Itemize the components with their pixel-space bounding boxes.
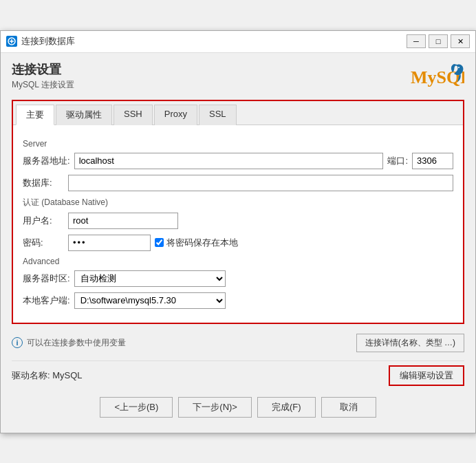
prev-button[interactable]: <上一步(B) — [100, 397, 173, 418]
cancel-button[interactable]: 取消 — [321, 397, 376, 418]
mysql-logo: MySQL — [409, 61, 464, 94]
timezone-select[interactable]: 自动检测 UTC Asia/Shanghai — [74, 270, 226, 287]
header-section: 连接设置 MySQL 连接设置 MySQL — [12, 61, 464, 94]
mysql-logo-svg: MySQL — [409, 61, 464, 92]
info-left: i 可以在连接参数中使用变量 — [12, 337, 126, 349]
save-password-label: 将密码保存在本地 — [166, 237, 238, 249]
auth-section-label: 认证 (Database Native) — [23, 197, 453, 208]
driver-name-value: MySQL — [52, 370, 82, 380]
next-button[interactable]: 下一步(N)> — [178, 397, 252, 418]
footer-buttons: <上一步(B) 下一步(N)> 完成(F) 取消 — [12, 390, 464, 424]
port-label: 端口: — [387, 155, 408, 167]
driver-name-label: 驱动名称: MySQL — [12, 369, 83, 382]
close-button[interactable]: ✕ — [451, 34, 470, 48]
username-row: 用户名: — [23, 213, 453, 229]
window-title: 连接到数据库 — [21, 35, 75, 47]
server-section-label: Server — [23, 139, 453, 149]
bottom-info-row: i 可以在连接参数中使用变量 连接详情(名称、类型 …) — [12, 331, 464, 355]
server-address-label: 服务器地址: — [23, 155, 70, 167]
title-controls: ─ □ ✕ — [407, 34, 470, 48]
database-row: 数据库: — [23, 175, 453, 191]
tab-ssl[interactable]: SSL — [199, 105, 237, 125]
client-row: 本地客户端: D:\software\mysql5.7.30 D:\softwa… — [23, 292, 453, 309]
save-password-checkbox[interactable] — [155, 238, 164, 247]
tab-driver-props[interactable]: 驱动属性 — [56, 105, 112, 125]
driver-label-text: 驱动名称: — [12, 370, 50, 380]
username-input[interactable] — [68, 213, 178, 229]
title-bar: 连接到数据库 ─ □ ✕ — [1, 31, 475, 53]
timezone-row: 服务器时区: 自动检测 UTC Asia/Shanghai — [23, 270, 453, 287]
svg-text:MySQL: MySQL — [411, 67, 464, 87]
database-input[interactable] — [68, 175, 453, 191]
main-window: 连接到数据库 ─ □ ✕ 连接设置 MySQL 连接设置 MySQL — [0, 30, 476, 433]
password-label: 密码: — [23, 237, 64, 249]
info-icon: i — [12, 337, 23, 348]
content-area: 连接设置 MySQL 连接设置 MySQL — [1, 53, 475, 433]
tab-main[interactable]: 主要 — [16, 105, 54, 125]
window-icon — [6, 36, 17, 47]
client-select[interactable]: D:\software\mysql5.7.30 D:\software\mysq… — [74, 292, 226, 309]
edit-driver-button[interactable]: 编辑驱动设置 — [389, 365, 464, 386]
detail-button[interactable]: 连接详情(名称、类型 …) — [356, 334, 464, 352]
password-input[interactable] — [68, 235, 151, 251]
tab-content-main: Server 服务器地址: 端口: 数据库: 认证 (Database Nati… — [13, 125, 463, 323]
port-input[interactable] — [412, 153, 453, 169]
main-panel: 主要 驱动属性 SSH Proxy SSL Server 服务器地址: 端口: … — [12, 100, 464, 324]
database-label: 数据库: — [23, 177, 64, 189]
maximize-button[interactable]: □ — [429, 34, 448, 48]
driver-row: 驱动名称: MySQL 编辑驱动设置 — [12, 360, 464, 390]
username-label: 用户名: — [23, 215, 64, 227]
tab-bar: 主要 驱动属性 SSH Proxy SSL — [13, 101, 463, 125]
client-label: 本地客户端: — [23, 294, 70, 307]
svg-point-4 — [458, 67, 459, 68]
header-text: 连接设置 MySQL 连接设置 — [12, 61, 74, 91]
tab-ssh[interactable]: SSH — [113, 105, 153, 125]
advanced-section-label: Advanced — [23, 257, 453, 266]
server-address-row: 服务器地址: 端口: — [23, 153, 453, 169]
password-row: 密码: 将密码保存在本地 — [23, 235, 453, 251]
server-address-input[interactable] — [74, 153, 384, 169]
title-bar-left: 连接到数据库 — [6, 35, 75, 47]
save-password-checkbox-label[interactable]: 将密码保存在本地 — [155, 237, 238, 249]
tab-proxy[interactable]: Proxy — [154, 105, 197, 125]
finish-button[interactable]: 完成(F) — [257, 397, 316, 418]
minimize-button[interactable]: ─ — [407, 34, 426, 48]
timezone-label: 服务器时区: — [23, 272, 70, 285]
page-title: 连接设置 — [12, 61, 74, 78]
page-subtitle: MySQL 连接设置 — [12, 79, 74, 91]
info-text: 可以在连接参数中使用变量 — [27, 337, 126, 349]
